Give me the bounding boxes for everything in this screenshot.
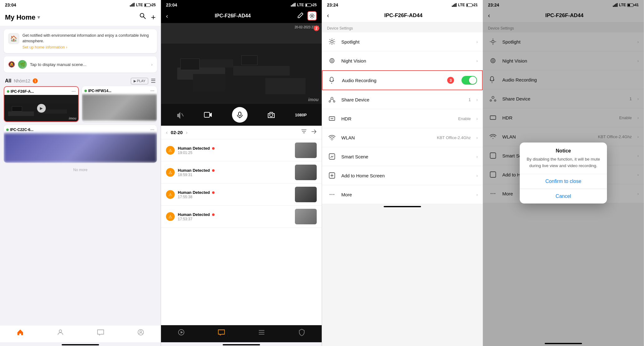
notification-banner: 🏠 Get notified with environmental inform… [4,29,157,53]
edit-icon[interactable] [297,12,304,20]
devices-header: All Nhóm12 1 ▶ PLAY ☰ [0,76,161,86]
settings-item-more[interactable]: More › [322,185,483,204]
record-video-icon[interactable] [204,111,212,118]
device-card-header-1: IPC-F26F-A... ··· [4,87,78,95]
timeline-nav: ‹ 02-20 › [166,130,187,135]
event-time-3: 17:55:38 [178,195,292,199]
search-icon[interactable] [139,12,146,22]
timeline-date[interactable]: 02-20 [171,130,182,135]
nav-chat[interactable] [97,329,104,336]
settings-icon-highlighted[interactable] [307,11,317,21]
more-label: More [341,192,472,197]
device-card-ipc-hfw14[interactable]: IPC-HFW14... ··· [82,86,157,122]
event-text-3: Human Detected 17:55:38 [178,190,292,199]
settings-item-night-vision[interactable]: Night Vision › [322,51,483,70]
tab-all[interactable]: All [5,78,11,84]
cancel-button[interactable]: Cancel [520,189,607,203]
svg-rect-3 [134,3,135,7]
event-item-4[interactable]: ⚠ Human Detected 17:53:37 [161,206,322,228]
play-overlay-1: ▶ [37,104,46,113]
nav-list-2[interactable] [258,329,265,336]
svg-point-42 [331,60,333,62]
spotlight-icon [327,37,337,47]
device-card-ipc-f26f[interactable]: IPC-F26F-A... ··· ▶ imou [4,86,79,122]
notif-link[interactable]: Set up home information › [22,45,153,49]
hdr-value: Enable [458,116,471,121]
home-indicator-2 [223,344,260,345]
svg-point-47 [334,101,335,102]
scene-arrow: › [151,62,153,67]
home-indicator-1 [62,344,99,345]
lte-label-2: LTE [297,3,304,7]
svg-rect-15 [204,112,210,117]
device-more-1[interactable]: ··· [72,89,76,94]
scene-bar[interactable]: 🔕 🌿 Tap to display manual scene... › [4,56,157,72]
menu-icon[interactable]: ☰ [151,77,156,84]
nav-account[interactable] [137,329,144,336]
settings-item-smart-scene[interactable]: Smart Scene › [322,147,483,166]
office-scene [161,23,322,104]
home-title-arrow: ▾ [37,14,40,20]
settings-back-icon-3[interactable]: ‹ [327,12,329,19]
timeline-prev[interactable]: ‹ [166,130,168,135]
svg-rect-30 [454,4,455,7]
svg-line-5 [143,17,145,19]
microphone-button[interactable] [232,107,248,123]
event-icon-1: ⚠ [166,146,175,155]
wlan-label: WLAN [341,135,433,140]
device-card-ipc-c22c[interactable]: IPC-C22C-6... ··· [4,125,157,163]
share-device-value: 1 [468,97,471,102]
svg-line-37 [330,40,330,40]
play-button[interactable]: ▶ PLAY [131,78,148,84]
event-item-3[interactable]: ⚠ Human Detected 17:55:38 [161,184,322,206]
timeline-icons [301,129,317,136]
battery-pct-1: 25 [152,3,156,7]
home-title-text: My Home [5,13,36,21]
settings-item-wlan[interactable]: WLAN KBT Office-2.4Ghz › [322,128,483,147]
settings-item-hdr[interactable]: HDR Enable › [322,109,483,128]
audio-toggle[interactable] [462,76,477,85]
settings-item-add-home[interactable]: Add to Home Screen › [322,166,483,185]
svg-rect-17 [239,112,241,116]
svg-point-8 [140,331,142,333]
home-indicator-3 [384,206,421,207]
panel-camera-feed: 23:04 LTE 25 ‹ IPC-F26F-AD44 [161,0,322,346]
audio-mute-icon[interactable] [176,111,184,119]
my-home-title[interactable]: My Home ▾ [5,13,40,21]
settings-item-audio-recording[interactable]: Audio Recording 3 [322,70,483,90]
device-more-3[interactable]: ··· [150,127,154,133]
device-more-2[interactable]: ··· [150,88,154,94]
event-item-2[interactable]: ⚠ Human Detected 18:59:31 [161,161,322,184]
filter-icon[interactable] [301,129,307,136]
event-time-2: 18:59:31 [178,173,292,177]
camera-controls: 1080P [161,104,322,126]
nav-home[interactable] [17,329,24,336]
event-text-1: Human Detected 19:01:25 [178,146,292,155]
camera-back-icon[interactable]: ‹ [166,12,168,20]
nav-play-2[interactable] [178,329,185,336]
settings-item-share-device[interactable]: Share Device 1 › [322,90,483,109]
nav-profile[interactable] [57,329,64,336]
bottom-nav-2 [161,325,322,342]
resolution-badge[interactable]: 1080P [295,113,307,117]
scene-text: Tap to display manual scene... [30,62,148,67]
svg-rect-10 [292,4,293,7]
event-item-1[interactable]: ⚠ Human Detected 19:01:25 [161,139,322,161]
nav-security-2[interactable] [298,329,305,336]
device-status-dot-3 [6,129,9,131]
settings-item-spotlight[interactable]: Spotlight › [322,32,483,51]
screenshot-icon[interactable] [268,111,275,119]
share-icon[interactable] [311,129,317,136]
confirm-close-button[interactable]: Confirm to close [520,174,607,189]
notice-body: By disabling the function, it will be mu… [520,156,607,174]
battery-pct-2: 25 [313,3,317,7]
status-time-1: 23:04 [5,2,16,7]
nav-bubble-2[interactable] [218,329,225,336]
tab-group[interactable]: Nhóm12 [14,78,30,83]
svg-marker-24 [181,331,183,334]
night-vision-arrow: › [476,58,478,63]
feed-badge: 2 [314,26,319,31]
timeline-next[interactable]: › [186,130,187,135]
device-name-2: IPC-HFW14... [88,89,111,93]
add-icon[interactable]: + [151,12,156,22]
